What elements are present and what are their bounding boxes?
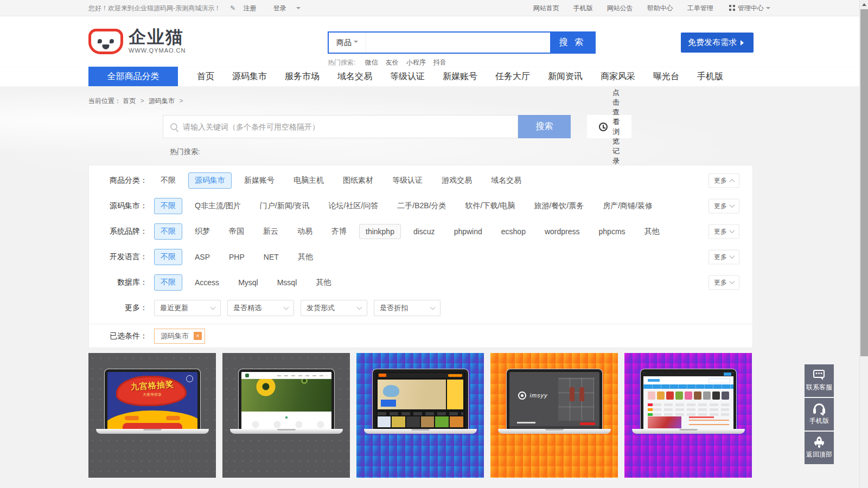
laptop-screen [239,369,334,429]
more-label: 更多 [714,176,727,185]
filter-dropdown-2[interactable]: 发货形式 [301,300,367,316]
admin-center-link[interactable]: 管理中心 [729,4,770,12]
nav-item-6[interactable]: 任务大厅 [495,71,530,82]
sidebar-chat-button[interactable]: •••联系客服 [805,364,834,397]
topbar-link-3[interactable]: 帮助中心 [647,4,673,12]
filter-option[interactable]: 软件/下载/电脑 [459,198,522,214]
filter-option[interactable]: 新云 [257,223,285,240]
nav-item-3[interactable]: 域名交易 [337,71,372,82]
filter-option[interactable]: 齐博 [325,223,353,240]
product-card-video-streaming-template[interactable] [356,353,484,478]
filter-option[interactable]: 旅游/餐饮/票务 [527,198,590,214]
register-label: 注册 [243,4,256,12]
filter-option[interactable]: 房产/商铺/装修 [596,198,659,214]
product-card-imsyy-personal-homepage-template[interactable]: imsyy [490,353,618,478]
filter-option[interactable]: 不限 [154,172,182,189]
nav-item-4[interactable]: 等级认证 [390,71,425,82]
topbar-link-0[interactable]: 网站首页 [533,4,559,12]
filter-option[interactable]: 帝国 [222,223,251,240]
browse-history-button[interactable]: 点击查看浏览记录 [587,115,631,138]
more-button[interactable]: 更多 [709,173,739,188]
more-button[interactable]: 更多 [709,275,739,290]
filter-panel: 商品分类：不限源码集市新媒账号电脑主机图纸素材等级认证游戏交易域名交易更多源码集… [88,165,753,348]
scroll-up-arrow[interactable] [860,0,868,9]
filter-option[interactable]: 二手/B2B/分类 [391,198,452,214]
hot-search-tag[interactable]: 抖音 [433,59,446,66]
filter-option[interactable]: thinkphp [359,224,401,239]
filter-option[interactable]: PHP [222,249,251,265]
filter-dropdown-1[interactable]: 是否精选 [227,300,294,316]
header-search-button[interactable]: 搜 索 [550,33,595,53]
filter-option[interactable]: 其他 [309,274,337,291]
nav-item-5[interactable]: 新媒账号 [443,71,477,82]
filter-option[interactable]: 电脑主机 [287,172,330,189]
topbar-link-2[interactable]: 网站公告 [607,4,633,12]
topbar-link-1[interactable]: 手机版 [573,4,593,12]
filter-dropdown-0[interactable]: 最近更新 [154,300,221,316]
filter-option[interactable]: 等级认证 [386,172,429,189]
filter-option[interactable]: Q非主流/图片 [188,198,247,214]
rocket-icon [812,436,826,448]
scrollbar-thumb[interactable] [860,9,868,356]
filter-option[interactable]: phpwind [448,224,489,239]
search-category-dropdown[interactable]: 商品 [329,33,366,53]
remove-tag-button[interactable]: × [194,332,202,340]
filter-option[interactable]: Mssql [271,275,304,290]
nav-item-1[interactable]: 源码集市 [232,71,267,82]
product-card-game-resource-portal-template[interactable] [624,353,752,478]
filter-option[interactable]: 域名交易 [484,172,528,189]
nav-item-8[interactable]: 商家风采 [601,71,635,82]
filter-option[interactable]: 动易 [291,223,319,240]
filter-option[interactable]: Access [188,275,226,290]
decor [241,379,331,412]
login-link[interactable]: 登录 [273,4,301,12]
filter-option[interactable]: 游戏交易 [435,172,478,189]
topbar-link-4[interactable]: 工单管理 [687,4,713,12]
header-search-input[interactable] [366,33,550,53]
filter-option[interactable]: ASP [188,249,216,265]
nav-item-7[interactable]: 新闻资讯 [548,71,583,82]
sidebar-rocket-button[interactable]: 返回顶部 [805,432,834,464]
sidebar-headset-button[interactable]: 手机版 [805,398,834,431]
keyword-search-input[interactable] [183,123,518,131]
hot-search-tag[interactable]: 小程序 [406,59,426,66]
filter-option[interactable]: NET [257,249,285,265]
filter-option[interactable]: phpcms [592,224,632,239]
filter-option[interactable]: ecshop [495,224,532,239]
filter-option[interactable]: discuz [407,224,442,239]
filter-option[interactable]: 图纸素材 [336,172,380,189]
filter-option[interactable]: 不限 [154,198,182,214]
more-button[interactable]: 更多 [709,224,739,239]
filter-option[interactable]: 其他 [291,249,320,265]
filter-option[interactable]: 不限 [154,249,182,265]
filter-option[interactable]: 其他 [638,223,666,240]
filter-option[interactable]: Mysql [232,275,265,290]
all-categories-button[interactable]: 全部商品分类 [88,67,178,86]
filter-option[interactable]: 门户/新闻/资讯 [253,198,316,214]
hot-search-tag[interactable]: 友价 [386,59,399,66]
nav-item-2[interactable]: 服务市场 [285,71,320,82]
nav-item-10[interactable]: 手机版 [697,71,723,82]
more-button[interactable]: 更多 [709,249,739,264]
filter-option[interactable]: 不限 [154,223,182,240]
filter-option[interactable]: 源码集市 [188,172,232,189]
hot-search-tag[interactable]: 微信 [365,59,378,66]
filter-option[interactable]: 新媒账号 [238,172,281,189]
register-link[interactable]: ✎注册 [230,4,264,12]
product-card-nine-grid-lottery-template[interactable]: 九宫格抽奖大奖等你拿 [88,353,216,478]
breadcrumb-current-link[interactable]: 源码集市 [149,97,175,105]
product-card-green-flower-corporate-template[interactable] [222,353,350,478]
breadcrumb-home-link[interactable]: 首页 [123,97,136,105]
filter-option[interactable]: wordpress [538,224,586,239]
filter-option[interactable]: 织梦 [188,223,216,240]
filter-option[interactable]: 论坛/社区/问答 [322,198,385,214]
filter-dropdown-3[interactable]: 是否折扣 [374,300,441,316]
more-button[interactable]: 更多 [709,198,739,213]
site-logo[interactable]: 企业猫 WWW.QYMAO.CN [88,24,186,55]
nav-item-0[interactable]: 首页 [197,71,214,82]
keyword-search-button[interactable]: 搜索 [518,115,571,138]
publish-demand-button[interactable]: 免费发布需求 [681,33,754,53]
nav-item-9[interactable]: 曝光台 [653,71,679,82]
filter-option[interactable]: 不限 [154,274,182,291]
scrollbar[interactable] [859,0,868,488]
